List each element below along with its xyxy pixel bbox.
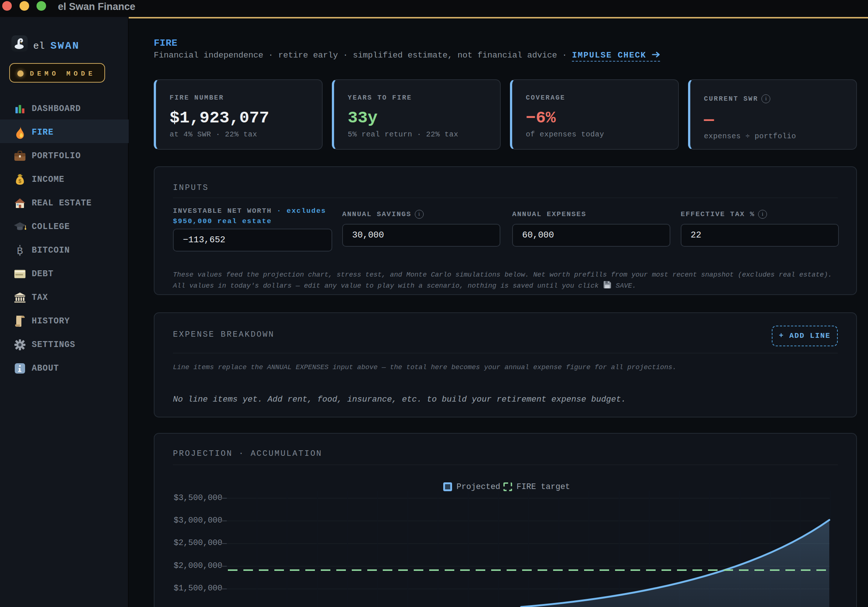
svg-text:$: $ [19,178,22,184]
